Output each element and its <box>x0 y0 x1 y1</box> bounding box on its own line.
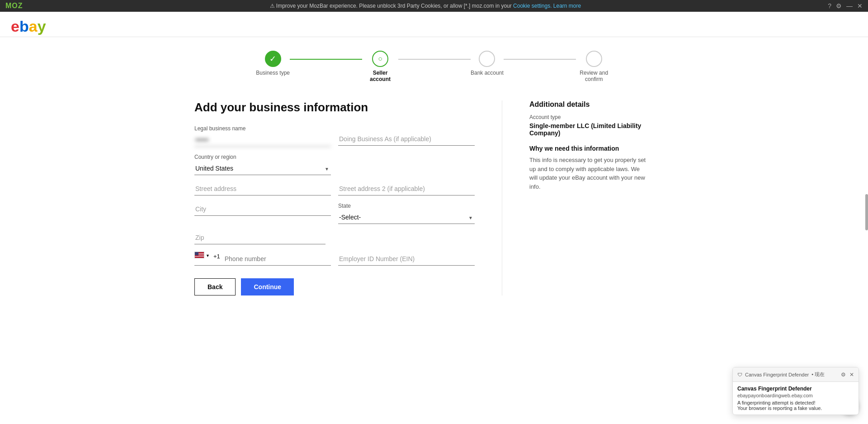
step-circle-bank-account <box>479 51 495 67</box>
legal-name-label: Legal business name <box>194 125 331 132</box>
back-button[interactable]: Back <box>194 278 236 295</box>
phone-code: +1 <box>213 253 220 262</box>
group-country: Country or region United States <box>194 154 331 175</box>
step-circle-seller-account: ○ <box>372 51 388 67</box>
dba-input[interactable] <box>338 125 475 146</box>
step-bank-account: Bank account <box>471 51 504 76</box>
group-dba <box>338 125 475 147</box>
main-content: ✓ Business type ○ Seller account Bank ac… <box>185 37 683 309</box>
minimize-icon[interactable]: — <box>846 2 853 10</box>
group-ein <box>338 252 475 266</box>
state-select-wrap: -Select- Alabama Alaska California New Y… <box>338 211 475 224</box>
step-review-confirm: Review and confirm <box>576 51 612 82</box>
step-circle-business-type: ✓ <box>265 51 281 67</box>
phone-input[interactable] <box>224 255 331 262</box>
sidebar-section: Additional details Account type Single-m… <box>529 100 647 295</box>
connector-2 <box>398 59 471 60</box>
step-label-seller-account: Seller account <box>362 70 398 82</box>
zip-input[interactable] <box>194 231 326 244</box>
button-row: Back Continue <box>194 278 475 295</box>
why-title: Why we need this information <box>529 145 647 152</box>
step-circle-review <box>586 51 602 67</box>
mozbar-banner: MOZ ⚠ Improve your MozBar experience. Pl… <box>0 0 868 12</box>
checkmark-icon: ✓ <box>269 54 276 64</box>
group-street1 <box>194 182 331 195</box>
us-flag-icon <box>194 252 204 258</box>
country-label: Country or region <box>194 154 331 160</box>
ebay-logo[interactable]: ebay <box>11 18 46 35</box>
group-dba-spacer <box>338 154 475 175</box>
country-select-wrap: United States <box>194 162 331 175</box>
row-business-name: Legal business name <box>194 125 475 147</box>
ein-input[interactable] <box>338 252 475 266</box>
step-number-2: ○ <box>378 55 382 63</box>
scrollbar[interactable] <box>865 194 868 230</box>
flag-dropdown-arrow: ▼ <box>206 253 210 258</box>
row-phone-ein: ▼ +1 <box>194 252 475 266</box>
phone-flag-select[interactable]: ▼ <box>194 252 210 262</box>
city-input[interactable] <box>194 203 331 216</box>
group-street2 <box>338 182 475 195</box>
legal-name-input[interactable] <box>194 133 331 147</box>
account-type-value: Single-member LLC (Limited Liability Com… <box>529 122 647 137</box>
row-country: Country or region United States <box>194 154 475 175</box>
row-street <box>194 182 475 195</box>
state-select[interactable]: -Select- Alabama Alaska California New Y… <box>338 211 475 224</box>
connector-1 <box>290 59 362 60</box>
state-label: State <box>338 203 475 209</box>
group-zip <box>194 231 326 244</box>
progress-stepper: ✓ Business type ○ Seller account Bank ac… <box>194 51 674 82</box>
row-city-state: State -Select- Alabama Alaska California… <box>194 203 475 224</box>
street-address-input[interactable] <box>194 182 331 195</box>
additional-details-title: Additional details <box>529 100 647 109</box>
group-legal-name: Legal business name <box>194 125 331 147</box>
form-title: Add your business information <box>194 100 475 114</box>
help-icon[interactable]: ? <box>828 2 831 10</box>
country-select[interactable]: United States <box>194 162 331 175</box>
step-label-review: Review and confirm <box>576 70 612 82</box>
learn-more-link[interactable]: Learn more <box>553 3 581 9</box>
content-layout: Add your business information Legal busi… <box>194 100 674 295</box>
cookie-settings-link[interactable]: Cookie settings. <box>513 3 552 9</box>
group-state: State -Select- Alabama Alaska California… <box>338 203 475 224</box>
street-address2-input[interactable] <box>338 182 475 195</box>
mozbar-logo: MOZ <box>5 2 23 10</box>
settings-icon[interactable]: ⚙ <box>836 2 842 10</box>
why-text: This info is necessary to get you proper… <box>529 156 647 191</box>
mozbar-controls: ? ⚙ — ✕ <box>828 2 863 10</box>
mozbar-message: ⚠ Improve your MozBar experience. Please… <box>23 3 828 9</box>
step-business-type: ✓ Business type <box>256 51 290 76</box>
connector-3 <box>504 59 576 60</box>
row-zip <box>194 231 475 244</box>
step-label-bank-account: Bank account <box>471 70 504 76</box>
group-city <box>194 203 331 224</box>
flag-canton <box>195 252 198 255</box>
account-type-label: Account type <box>529 114 647 120</box>
form-section: Add your business information Legal busi… <box>194 100 475 295</box>
continue-button[interactable]: Continue <box>241 278 294 295</box>
ebay-header: ebay <box>0 12 868 37</box>
step-seller-account: ○ Seller account <box>362 51 398 82</box>
vertical-divider <box>502 100 502 295</box>
step-label-business-type: Business type <box>256 70 290 76</box>
close-icon[interactable]: ✕ <box>857 2 863 10</box>
